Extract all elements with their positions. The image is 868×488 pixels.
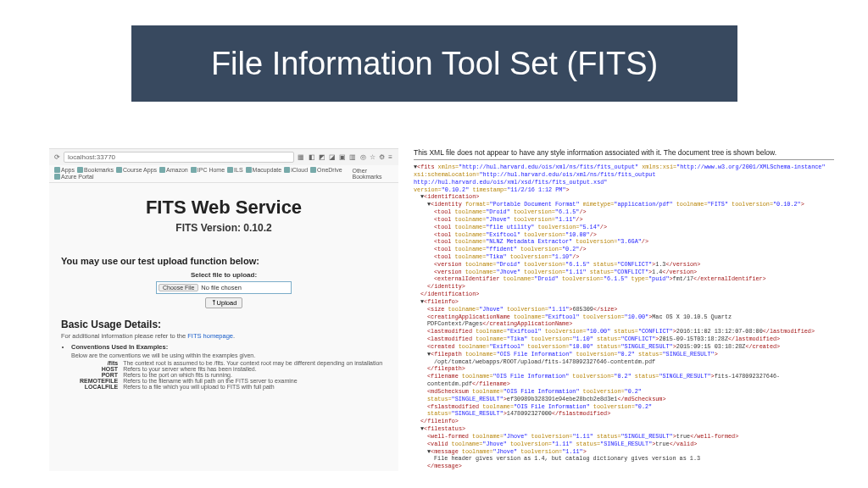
xml-line: <well-formed toolname="Jhove" toolversio… <box>414 433 834 441</box>
xml-line: <tool toolname="Droid" toolversion="6.1.… <box>414 208 834 216</box>
conventions-list: Conventions Used In Examples: Below are … <box>71 343 398 390</box>
bookmark-item[interactable]: Macupdate <box>246 167 282 173</box>
convention-row: REMOTEFILERefers to the filename with fu… <box>80 378 382 384</box>
upload-icon: ⤒ <box>211 299 217 307</box>
other-bookmarks[interactable]: Other Bookmarks <box>352 168 393 180</box>
xml-line: <tool toolname="ffident" toolversion="0.… <box>414 246 834 253</box>
xml-line: <version toolname="Droid" toolversion="6… <box>414 261 834 269</box>
xml-style-note: This XML file does not appear to have an… <box>414 148 834 160</box>
xml-line: <tool toolname="Exiftool" toolversion="1… <box>414 231 834 239</box>
ws-version: FITS Version: 0.10.2 <box>63 222 385 234</box>
xml-line: <creatingApplicationName toolname="Exift… <box>414 313 834 329</box>
xml-line: <md5checksum toolname="OIS File Informat… <box>414 388 834 403</box>
xml-line: <size toolname="Jhove" toolversion="1.11… <box>414 306 834 313</box>
right-xml-output: This XML file does not appear to have an… <box>414 148 834 471</box>
xml-line: ▼<fits xmlns="http://hul.harvard.edu/ois… <box>414 164 834 171</box>
content-area: ⟳ localhost:33770 ▦ ◧ ◩ ◪ ▣ ▥ ◎ ☆ ⚙ ≡ Ap… <box>49 148 834 471</box>
usage-note: For additional information please refer … <box>61 332 398 340</box>
convention-row: HOSTRefers to your server where fits has… <box>80 366 382 372</box>
xml-line: </filepath> <box>414 365 834 373</box>
slide-title: File Information Tool Set (FITS) <box>211 46 658 82</box>
url-field[interactable]: localhost:33770 <box>64 152 294 163</box>
xml-line: xsi:schemaLocation="http://hul.harvard.e… <box>414 171 834 186</box>
bookmark-item[interactable]: Bookmarks <box>77 167 114 173</box>
xml-line: <lastmodified toolname="Tika" toolversio… <box>414 336 834 343</box>
xml-line: ▼<fileinfo> <box>414 298 834 306</box>
xml-line: <version toolname="Jhove" toolversion="1… <box>414 269 834 276</box>
toolbar-icons: ▦ ◧ ◩ ◪ ▣ ▥ ◎ ☆ ⚙ ≡ <box>298 153 393 161</box>
xml-line: </identification> <box>414 291 834 298</box>
xml-line: <tool toolname="file utility" toolversio… <box>414 224 834 231</box>
xml-line: <valid toolname="Jhove" toolversion="1.1… <box>414 441 834 448</box>
upload-button[interactable]: ⤒Upload <box>205 297 243 308</box>
xml-line: </filestatus> <box>414 470 834 471</box>
convention-row: /fitsThe context root is assumed to be /… <box>80 360 382 366</box>
no-file-text: No file chosen <box>201 284 242 291</box>
xml-line: File header gives version as 1.4, but ca… <box>414 455 834 463</box>
bookmark-item[interactable]: Apps <box>54 167 75 173</box>
file-input[interactable]: Choose File No file chosen <box>156 281 292 294</box>
xml-line: </fileinfo> <box>414 418 834 425</box>
convention-row: LOCALFILERefers to a file which you will… <box>80 384 382 390</box>
bookmark-item[interactable]: Amazon <box>159 167 188 173</box>
webservice-body: FITS Web Service FITS Version: 0.10.2 <box>49 183 398 237</box>
xml-line: </identity> <box>414 283 834 291</box>
bookmark-item[interactable]: ILS <box>227 167 243 173</box>
xml-line: <externalIdentifier toolname="Droid" too… <box>414 275 834 283</box>
bookmark-item[interactable]: Azure Portal <box>54 174 94 180</box>
bookmarks-items: AppsBookmarksCourse AppsAmazonIPC HomeIL… <box>54 167 350 180</box>
xml-line: <tool toolname="NLNZ Metadata Extractor"… <box>414 238 834 246</box>
xml-line: /opt/tomcat/webapps/ROOT/upload/fits-147… <box>414 358 834 366</box>
xml-line: <fslastmodified toolname="OIS File Infor… <box>414 403 834 419</box>
bookmark-item[interactable]: OneDrive <box>310 167 342 173</box>
xml-line: <filename toolname="OIS File Information… <box>414 373 834 388</box>
bookmarks-bar: AppsBookmarksCourse AppsAmazonIPC HomeIL… <box>49 165 398 183</box>
xml-tree: ▼<fits xmlns="http://hul.harvard.edu/ois… <box>414 164 834 471</box>
xml-line: <lastmodified toolname="Exiftool" toolve… <box>414 328 834 336</box>
xml-line: <created toolname="Exiftool" toolversion… <box>414 343 834 351</box>
choose-file-button[interactable]: Choose File <box>159 284 198 291</box>
xml-line: <tool toolname="Jhove" toolversion="1.11… <box>414 216 834 224</box>
bookmark-item[interactable]: IPC Home <box>191 167 225 173</box>
left-screenshot: ⟳ localhost:33770 ▦ ◧ ◩ ◪ ▣ ▥ ◎ ☆ ⚙ ≡ Ap… <box>49 148 398 471</box>
slide-title-bar: File Information Tool Set (FITS) <box>131 25 737 102</box>
xml-line: ▼<filepath toolname="OIS File Informatio… <box>414 351 834 358</box>
xml-line: ▼<identity format="Portable Document For… <box>414 201 834 208</box>
bookmark-item[interactable]: iCloud <box>284 167 308 173</box>
upload-lead: You may use our test upload function bel… <box>61 256 398 266</box>
usage-heading: Basic Usage Details: <box>61 319 398 330</box>
select-file-label: Select file to upload: <box>49 271 398 279</box>
browser-address-bar: ⟳ localhost:33770 ▦ ◧ ◩ ◪ ▣ ▥ ◎ ☆ ⚙ ≡ <box>49 149 398 165</box>
bookmark-item[interactable]: Course Apps <box>116 167 157 173</box>
xml-line: </message> <box>414 463 834 470</box>
xml-line: <tool toolname="Tika" toolversion="1.10"… <box>414 253 834 261</box>
convention-row: PORTRefers to the port on which fits is … <box>80 372 382 378</box>
xml-line: version="0.10.2" timestamp="11/2/16 1:12… <box>414 186 834 194</box>
reload-icon: ⟳ <box>54 153 60 161</box>
conventions-header: Conventions Used In Examples: <box>71 343 398 351</box>
xml-line: ▼<identification> <box>414 193 834 201</box>
xml-line: ▼<message toolname="Jhove" toolversion="… <box>414 448 834 456</box>
fits-homepage-link[interactable]: FITS homepage <box>187 332 233 340</box>
xml-line: ▼<filestatus> <box>414 425 834 433</box>
ws-heading: FITS Web Service <box>63 197 385 219</box>
conventions-sub: Below are the conventions we will be usi… <box>71 352 398 358</box>
